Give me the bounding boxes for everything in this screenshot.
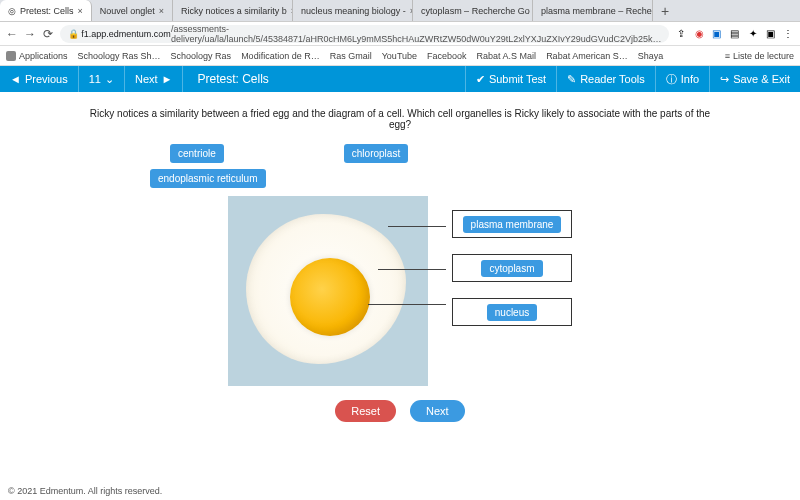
tab-title: Nouvel onglet (100, 6, 155, 16)
next-button[interactable]: Next ► (125, 66, 184, 92)
chevron-right-icon: ► (162, 73, 173, 85)
extensions-icon[interactable]: ✦ (747, 27, 759, 41)
ext-icon-2[interactable]: ▣ (711, 27, 723, 41)
bm-label: Ras Gmail (330, 51, 372, 61)
question-content: Ricky notices a similarity between a fri… (0, 92, 800, 432)
bm-label: Schoology Ras (171, 51, 232, 61)
reload-icon[interactable]: ⟳ (42, 27, 54, 41)
btn-label: Save & Exit (733, 73, 790, 85)
bookmark-item[interactable]: Facebook (427, 51, 467, 61)
bookmark-item[interactable]: Rabat American S… (546, 51, 628, 61)
tab-title: Ricky notices a similarity b (181, 6, 287, 16)
tab-nouvel-onglet[interactable]: Nouvel onglet × (92, 0, 173, 21)
btn-label: Previous (25, 73, 68, 85)
bm-label: YouTube (382, 51, 417, 61)
btn-label: Next (135, 73, 158, 85)
bm-label: Schoology Ras Sh… (78, 51, 161, 61)
bookmark-item[interactable]: Rabat A.S Mail (477, 51, 537, 61)
footer-text: © 2021 Edmentum. All rights reserved. (8, 486, 162, 496)
check-icon: ✔ (476, 73, 485, 86)
page-title: Pretest: Cells (183, 72, 282, 86)
bm-label: Rabat American S… (546, 51, 628, 61)
chip-chloroplast[interactable]: chloroplast (344, 144, 408, 163)
edmentum-app-bar: ◄Previous 11 ⌄ Next ► Pretest: Cells ✔Su… (0, 66, 800, 92)
egg-diagram: plasma membrane cytoplasm nucleus (80, 196, 720, 386)
leader-line-3 (368, 304, 446, 305)
bookmark-item[interactable]: Schoology Ras Sh… (78, 51, 161, 61)
drop-target-2[interactable]: cytoplasm (452, 254, 572, 282)
exit-icon: ↪ (720, 73, 729, 86)
bookmark-item[interactable]: Modification de R… (241, 51, 320, 61)
chevron-down-icon: ⌄ (105, 73, 114, 86)
tab-title: nucleus meaning biology - (301, 6, 406, 16)
close-icon[interactable]: × (78, 6, 83, 16)
url-path: /assessments-delivery/ua/la/launch/5/453… (171, 24, 662, 44)
close-icon[interactable]: × (159, 6, 164, 16)
reading-list-button[interactable]: ≡Liste de lecture (725, 51, 794, 61)
tab-ricky-search[interactable]: Ricky notices a similarity b × (173, 0, 293, 21)
bookmarks-bar: Applications Schoology Ras Sh… Schoology… (0, 46, 800, 66)
bm-label: Rabat A.S Mail (477, 51, 537, 61)
previous-button[interactable]: ◄Previous (0, 66, 79, 92)
url-input[interactable]: 🔒 f1.app.edmentum.com /assessments-deliv… (60, 25, 670, 43)
bm-label: Facebook (427, 51, 467, 61)
question-text: Ricky notices a similarity between a fri… (80, 108, 720, 130)
egg-image (228, 196, 428, 386)
list-icon: ≡ (725, 51, 730, 61)
chevron-left-icon: ◄ (10, 73, 21, 85)
chip-nucleus[interactable]: nucleus (487, 304, 537, 321)
tab-nucleus-search[interactable]: nucleus meaning biology - × (293, 0, 413, 21)
bm-label: Liste de lecture (733, 51, 794, 61)
share-icon[interactable]: ⇪ (675, 27, 687, 41)
tab-pretest-cells[interactable]: ◎ Pretest: Cells × (0, 0, 92, 21)
counter-value: 11 (89, 73, 101, 85)
tab-favicon: ◎ (8, 6, 16, 16)
tab-title: cytoplasm – Recherche Go (421, 6, 530, 16)
tab-title: Pretest: Cells (20, 6, 74, 16)
question-counter[interactable]: 11 ⌄ (79, 66, 125, 92)
leader-line-1 (388, 226, 446, 227)
new-tab-button[interactable]: + (653, 3, 677, 19)
menu-icon[interactable]: ⋮ (782, 27, 794, 41)
egg-yolk-shape (290, 258, 370, 336)
ext-icon-3[interactable]: ▤ (729, 27, 741, 41)
bookmark-item[interactable]: Ras Gmail (330, 51, 372, 61)
browser-tab-strip: ◎ Pretest: Cells × Nouvel onglet × Ricky… (0, 0, 800, 22)
chip-endoplasmic-reticulum[interactable]: endoplasmic reticulum (150, 169, 266, 188)
tab-title: plasma membrane – Reche (541, 6, 652, 16)
bookmark-item[interactable]: YouTube (382, 51, 417, 61)
drop-targets: plasma membrane cytoplasm nucleus (452, 210, 572, 326)
drop-target-1[interactable]: plasma membrane (452, 210, 572, 238)
reader-tools-button[interactable]: ✎Reader Tools (556, 66, 655, 92)
back-icon[interactable]: ← (6, 27, 18, 41)
bm-label: Shaya (638, 51, 664, 61)
address-bar: ← → ⟳ 🔒 f1.app.edmentum.com /assessments… (0, 22, 800, 46)
chip-plasma-membrane[interactable]: plasma membrane (463, 216, 562, 233)
info-button[interactable]: ⓘInfo (655, 66, 709, 92)
chip-centriole[interactable]: centriole (170, 144, 224, 163)
ext-icon-1[interactable]: ◉ (693, 27, 705, 41)
tab-cytoplasm-search[interactable]: cytoplasm – Recherche Go × (413, 0, 533, 21)
bm-label: Applications (19, 51, 68, 61)
leader-line-2 (378, 269, 446, 270)
forward-icon[interactable]: → (24, 27, 36, 41)
url-domain: f1.app.edmentum.com (81, 29, 171, 39)
btn-label: Submit Test (489, 73, 546, 85)
submit-test-button[interactable]: ✔Submit Test (465, 66, 556, 92)
profile-icon[interactable]: ▣ (764, 27, 776, 41)
bm-label: Modification de R… (241, 51, 320, 61)
tools-icon: ✎ (567, 73, 576, 86)
tab-plasma-membrane-search[interactable]: plasma membrane – Reche × (533, 0, 653, 21)
info-icon: ⓘ (666, 72, 677, 87)
apps-button[interactable]: Applications (6, 51, 68, 61)
bookmark-item[interactable]: Shaya (638, 51, 664, 61)
bookmark-item[interactable]: Schoology Ras (171, 51, 232, 61)
btn-label: Info (681, 73, 699, 85)
save-exit-button[interactable]: ↪Save & Exit (709, 66, 800, 92)
reset-button[interactable]: Reset (335, 400, 396, 422)
drop-target-3[interactable]: nucleus (452, 298, 572, 326)
btn-label: Reader Tools (580, 73, 645, 85)
chip-cytoplasm[interactable]: cytoplasm (481, 260, 542, 277)
next-question-button[interactable]: Next (410, 400, 465, 422)
lock-icon: 🔒 (68, 29, 79, 39)
